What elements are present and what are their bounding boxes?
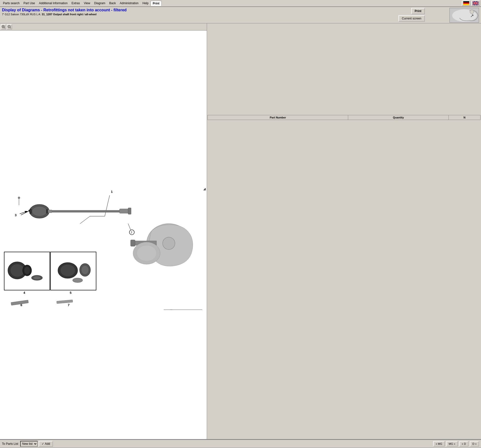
diagram-content: 1 3 <box>0 31 207 439</box>
svg-line-7 <box>4 28 5 28</box>
nav-d-prev-btn[interactable]: « D <box>459 441 468 447</box>
svg-point-50 <box>60 265 75 276</box>
svg-text:2: 2 <box>131 231 132 234</box>
menu-print[interactable]: Print <box>151 1 162 6</box>
svg-rect-24 <box>48 210 129 212</box>
svg-rect-25 <box>48 210 52 213</box>
add-button[interactable]: ✓ Add <box>39 441 53 447</box>
svg-rect-26 <box>120 209 129 213</box>
menu-additional-info[interactable]: Additional Information <box>37 1 69 6</box>
svg-text:7: 7 <box>68 303 69 307</box>
new-list-select[interactable]: New list <box>20 441 38 447</box>
col-part-number: Part Number <box>208 115 348 120</box>
svg-rect-2 <box>463 4 469 5</box>
svg-point-52 <box>81 265 89 274</box>
svg-line-16 <box>80 216 90 224</box>
bottom-toolbar: To Parts List New list ✓ Add « MG MG » «… <box>0 440 481 448</box>
svg-point-47 <box>33 276 41 280</box>
bottom-section: To Parts List New list ✓ Add « MG MG » «… <box>0 439 481 448</box>
diagram-svg: 1 3 <box>1 160 206 310</box>
header: Display of Diagrams - Retrofittings not … <box>0 7 481 23</box>
main-content: 1 3 <box>0 23 481 439</box>
menubar: Parts search Part Use Additional Informa… <box>0 0 481 7</box>
menu-diagram[interactable]: Diagram <box>92 1 107 6</box>
to-parts-list-label: To Parts List <box>2 442 18 446</box>
diagram-toolbar <box>0 23 207 31</box>
flag-gb-btn[interactable] <box>471 0 480 6</box>
svg-rect-21 <box>30 209 32 214</box>
header-subtitle: 7' G12 Saloon 730LdX RUS L A: 31_1287 Ou… <box>2 13 398 16</box>
menu-view[interactable]: View <box>82 1 92 6</box>
menu-administration[interactable]: Administration <box>118 1 140 6</box>
svg-point-36 <box>163 237 175 249</box>
menu-help[interactable]: Help <box>140 1 151 6</box>
svg-rect-38 <box>131 240 135 246</box>
bmw-logo-area <box>450 8 479 23</box>
svg-line-14 <box>105 195 110 216</box>
svg-point-20 <box>32 206 47 216</box>
svg-line-32 <box>128 224 131 230</box>
svg-rect-22 <box>46 209 48 213</box>
col-n: N <box>449 115 481 120</box>
diagram-panel: 1 3 <box>0 23 207 439</box>
svg-point-40 <box>137 245 156 261</box>
nav-mg-prev-btn[interactable]: « MG <box>433 441 445 447</box>
page-title: Display of Diagrams - Retrofittings not … <box>2 8 398 12</box>
nav-d-next-btn[interactable]: D » <box>470 441 479 447</box>
menu-part-use[interactable]: Part Use <box>21 1 37 6</box>
svg-text:3: 3 <box>15 213 17 217</box>
svg-line-11 <box>10 28 11 28</box>
svg-rect-59 <box>56 300 73 304</box>
svg-point-28 <box>18 197 20 199</box>
svg-text:4: 4 <box>23 291 25 295</box>
menu-extras[interactable]: Extras <box>69 1 82 6</box>
menu-parts-search[interactable]: Parts search <box>1 1 21 6</box>
menu-back[interactable]: Back <box>107 1 118 6</box>
svg-point-43 <box>10 264 24 277</box>
svg-rect-0 <box>463 1 469 2</box>
svg-rect-58 <box>11 300 28 305</box>
svg-rect-27 <box>128 208 131 214</box>
print-button[interactable]: Print <box>411 8 425 14</box>
svg-text:1: 1 <box>111 190 113 194</box>
col-quantity: Quantity <box>348 115 449 120</box>
svg-rect-1 <box>463 2 469 4</box>
right-panel: Part Number Quantity N <box>207 23 481 439</box>
zoom-in-button[interactable] <box>1 24 6 30</box>
svg-line-18 <box>21 210 31 215</box>
svg-marker-66 <box>203 188 206 190</box>
svg-text:5: 5 <box>70 291 71 295</box>
svg-point-53 <box>73 278 83 282</box>
svg-point-45 <box>24 266 30 274</box>
zoom-out-button[interactable] <box>7 24 12 30</box>
current-screen-button[interactable]: Current screen <box>398 15 425 22</box>
flag-de-btn[interactable] <box>462 0 471 6</box>
nav-mg-next-btn[interactable]: MG » <box>446 441 458 447</box>
